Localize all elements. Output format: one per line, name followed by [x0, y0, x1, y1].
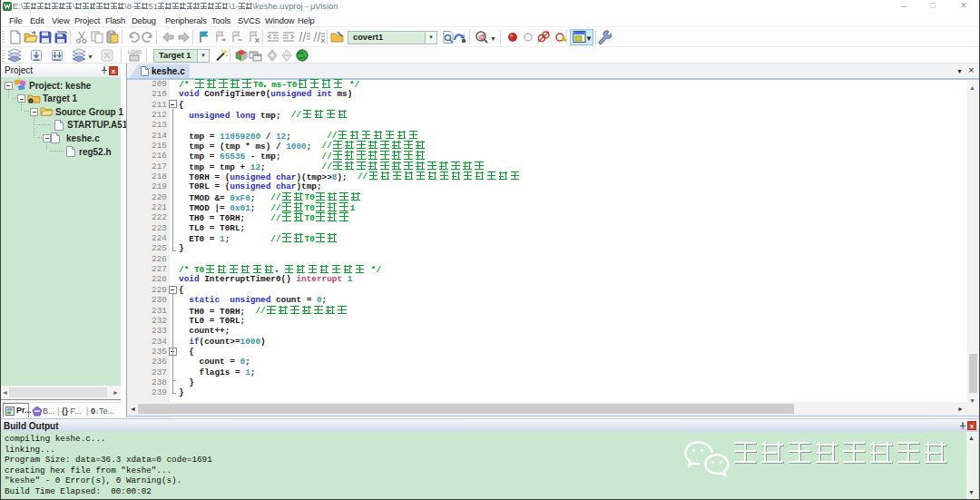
svg-text:LOAD: LOAD	[128, 49, 142, 54]
svg-text:@: @	[479, 33, 486, 41]
